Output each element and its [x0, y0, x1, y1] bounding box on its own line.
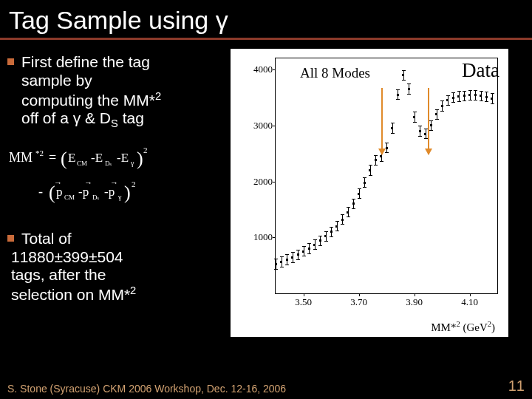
- bullet-2: Total of 11880±399±504 tags, after the s…: [7, 230, 228, 304]
- ytick-label: 1000: [253, 231, 273, 243]
- xlabel-part: MM*: [431, 321, 456, 333]
- xtick-label: 3.70: [350, 296, 367, 308]
- ytick-label: 2000: [253, 176, 273, 188]
- slide-title: Tag Sample using γ: [0, 0, 532, 38]
- footer-text: S. Stone (Syracuse) CKM 2006 Workshop, D…: [7, 383, 286, 395]
- bullet-1-text: First define the tag sample by computing…: [21, 53, 161, 131]
- xlabel-part: ): [491, 321, 495, 333]
- bullet-2-line: selection on MM*: [11, 286, 130, 303]
- bullet-1-line: tag: [118, 109, 144, 126]
- svg-text:CM: CM: [77, 160, 87, 167]
- chart-xlabel: MM*2 (GeV2): [431, 320, 495, 334]
- svg-text:-: -: [38, 184, 43, 199]
- svg-text:Dₛ: Dₛ: [92, 194, 100, 201]
- svg-text:=: =: [49, 150, 56, 165]
- bullet-2-line: 11880±399±504: [11, 248, 123, 265]
- svg-text:): ): [124, 182, 131, 203]
- sub: S: [111, 117, 118, 129]
- title-underline: [0, 38, 532, 40]
- formula-image: MM *2 = ( E CM -E Dₛ -E γ ) 2 - ( p → CM…: [7, 141, 207, 209]
- xtick-label: 4.10: [461, 296, 478, 308]
- bullet-icon: [7, 235, 14, 242]
- sup: 2: [130, 284, 136, 296]
- svg-text:2: 2: [143, 146, 148, 154]
- svg-text:Dₛ: Dₛ: [105, 160, 112, 167]
- svg-text:-E: -E: [117, 151, 129, 165]
- bullet-2-line: tags, after the: [11, 266, 106, 283]
- svg-text:2: 2: [132, 180, 136, 188]
- svg-text:*2: *2: [35, 149, 44, 157]
- chart: All 8 Modes Data 10002000300040003.503.7…: [231, 49, 508, 337]
- chart-plot-area: 10002000300040003.503.703.904.10: [275, 58, 498, 294]
- svg-text:(: (: [61, 148, 67, 169]
- ytick-label: 3000: [253, 120, 273, 132]
- bullet-2-line: Total of: [21, 230, 72, 247]
- sup: 2: [155, 90, 161, 102]
- footer: S. Stone (Syracuse) CKM 2006 Workshop, D…: [7, 378, 525, 395]
- left-column: First define the tag sample by computing…: [7, 49, 228, 337]
- bullet-2-text: Total of 11880±399±504 tags, after the s…: [21, 230, 136, 304]
- xlabel-part: (GeV: [460, 321, 488, 333]
- svg-text:-E: -E: [91, 151, 103, 165]
- ytick-label: 4000: [253, 64, 273, 75]
- bullet-1-line: computing the MM*: [21, 92, 155, 109]
- bullet-1-line: sample by: [21, 72, 92, 89]
- xtick-label: 3.50: [295, 296, 312, 308]
- page-number: 11: [508, 378, 525, 395]
- svg-text:→: →: [54, 178, 62, 187]
- bullet-1-line: off of a γ & D: [21, 109, 111, 126]
- svg-text:MM: MM: [9, 150, 33, 165]
- svg-text:→: →: [110, 178, 118, 187]
- arrow-icon: [428, 88, 429, 154]
- svg-text:): ): [137, 148, 143, 169]
- svg-text:γ: γ: [117, 193, 122, 201]
- content-row: First define the tag sample by computing…: [0, 46, 532, 337]
- svg-text:γ: γ: [130, 159, 134, 167]
- bullet-1: First define the tag sample by computing…: [7, 53, 228, 131]
- xtick-label: 3.90: [406, 296, 423, 308]
- bullet-icon: [7, 58, 14, 65]
- svg-text:CM: CM: [64, 194, 75, 201]
- bullet-1-line: First define the tag: [21, 53, 150, 70]
- arrow-icon: [381, 88, 383, 154]
- svg-text:→: →: [84, 178, 92, 187]
- svg-text:E: E: [68, 151, 75, 165]
